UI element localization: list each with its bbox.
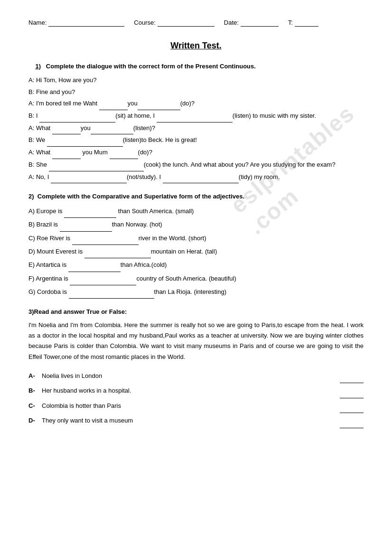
date-label: Date: [224,19,239,26]
blank-11 [51,171,127,184]
comp-item-c: C) Roe River is river in the World. (sho… [28,232,364,245]
tf-letter-a: A- [28,369,38,383]
dialogue-line-3: A: I'm bored tell me Waht you (do)? [28,98,364,110]
blank-8 [52,147,81,159]
blank-4 [157,110,233,122]
blank-3 [39,110,115,122]
dialogue-line-4: B: I (sit) at home, I (listen) to music … [28,110,364,122]
name-field: Name: [28,19,124,27]
tf-blank-d [340,414,364,428]
dialogue-line-9: A: No, I (not/study). I (tidy) my room. [28,171,364,184]
dialogue-line-8: B: She (cook) the lunch. And what about … [28,159,364,171]
t-label: T: [288,19,293,26]
t-line [295,19,318,27]
section3: 3)Read and answer True or False: I'm Noe… [28,308,364,428]
comp-item-a: A) Europe is than South America. (small) [28,205,364,218]
blank-7 [47,134,123,147]
blank-comp-c [72,232,139,245]
comp-item-e: E) Antartica is than Africa.(cold) [28,258,364,272]
tf-item-c: C- Colombia is hotter than Paris [28,399,364,414]
section1: 1) Complete the dialogue with the correc… [28,63,364,183]
dialogue-block: A: Hi Tom, How are you? B: Fine and you?… [28,75,364,183]
comp-item-f: F) Argentina is country of South America… [28,272,364,285]
tf-blank-b [340,384,364,398]
tf-letter-c: C- [28,399,38,413]
header-row: Name: Course: Date: T: [28,19,364,27]
dialogue-line-1: A: Hi Tom, How are you? [28,75,364,86]
blank-10 [49,159,144,171]
comp-item-b: B) Brazil is than Norway. (hot) [28,218,364,231]
section3-number: 3) [28,308,34,315]
blank-comp-e [68,258,121,272]
name-label: Name: [28,19,47,26]
blank-6 [91,122,133,135]
section1-title: 1) Complete the dialogue with the correc… [28,63,364,70]
comp-item-g: G) Cordoba is than La Rioja. (interestin… [28,285,364,299]
tf-letter-d: D- [28,414,38,428]
section2-title: 2) Complete with the Comparative and Sup… [28,193,364,200]
reading-passage: I'm Noelia and I'm from Colombia. Here t… [28,320,364,362]
comparative-items: A) Europe is than South America. (small)… [28,205,364,299]
true-false-list: A- Noelia lives in London B- Her husband… [28,369,364,428]
name-line [48,19,124,27]
blank-comp-g [69,285,154,299]
tf-text-c: Colombia is hotter than Paris [42,399,331,413]
tf-blank-a [340,369,364,384]
t-field: T: [288,19,318,27]
blank-2 [138,98,180,110]
date-field: Date: [224,19,279,27]
dialogue-line-7: A: What you Mum (do)? [28,147,364,159]
tf-item-d: D- They only want to visit a museum [28,414,364,428]
dialogue-line-2: B: Fine and you? [28,86,364,98]
tf-item-b: B- Her husband works in a hospital. [28,384,364,398]
comp-item-d: D) Mount Everest is mountain on Herat. (… [28,245,364,258]
tf-blank-c [340,399,364,414]
date-line [241,19,279,27]
section3-instruction: Read and answer True or False: [34,308,127,315]
course-field: Course: [134,19,215,27]
tf-text-a: Noelia lives in London [42,369,331,383]
tf-text-d: They only want to visit a museum [42,414,331,428]
tf-item-a: A- Noelia lives in London [28,369,364,384]
section1-number: 1) [35,63,41,70]
course-label: Course: [134,19,156,26]
blank-5 [52,122,81,135]
section3-title: 3)Read and answer True or False: [28,308,364,315]
dialogue-line-5: A: What you (listen)? [28,122,364,135]
blank-comp-d [84,245,151,258]
blank-comp-b [60,218,112,231]
blank-12 [163,171,239,184]
section2: 2) Complete with the Comparative and Sup… [28,193,364,299]
blank-comp-a [64,205,116,218]
dialogue-line-6: B: We (listen)to Beck. He is great! [28,134,364,147]
course-line [158,19,215,27]
blank-comp-f [70,272,136,285]
tf-letter-b: B- [28,384,38,398]
tf-text-b: Her husband works in a hospital. [42,384,331,398]
page-title: Written Test. [28,41,364,51]
blank-1 [99,98,128,110]
section2-instruction: Complete with the Comparative and Superl… [37,193,244,200]
section2-number: 2) [28,193,34,200]
section1-instruction: Complete the dialogue with the correct f… [46,63,256,70]
blank-9 [110,147,138,159]
